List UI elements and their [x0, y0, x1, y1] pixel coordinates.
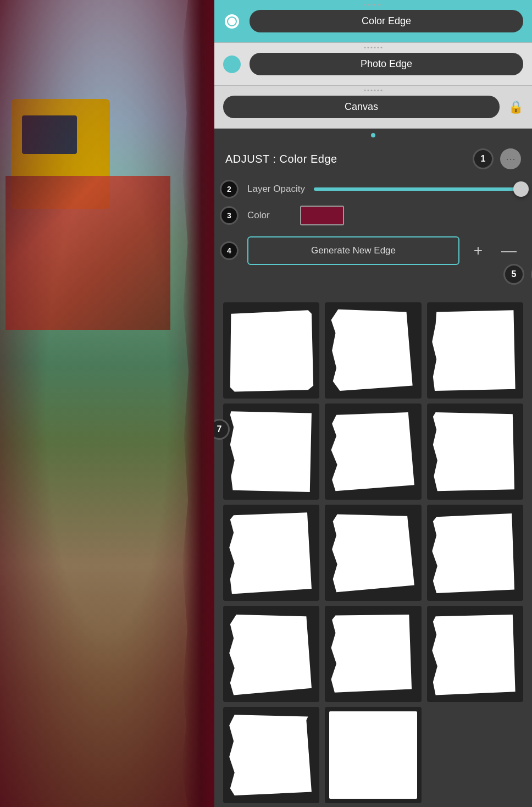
badge-4: 4: [220, 241, 239, 260]
layer-list: Color Edge Photo Edge Canvas 🔒: [214, 0, 532, 129]
add-edge-button[interactable]: +: [466, 239, 490, 263]
badge-3: 3: [220, 206, 239, 225]
edge-thumbnail-5[interactable]: [325, 404, 421, 500]
adjust-title: ADJUST : Color Edge: [225, 153, 466, 165]
color-swatch[interactable]: [300, 206, 344, 225]
layer-toggle-color-edge[interactable]: [223, 13, 241, 30]
more-options-icon[interactable]: ⋯: [500, 148, 521, 169]
train-window: [22, 115, 77, 154]
photo-panel: [0, 0, 214, 807]
opacity-control-row: 2 Layer Opacity: [214, 178, 532, 200]
edge-thumbnail-4[interactable]: [223, 404, 319, 500]
edge-thumbnail-7[interactable]: [223, 505, 319, 601]
drag-handle-color-edge: [364, 1, 383, 8]
drag-handle-photo-edge: [364, 44, 383, 51]
edge-thumbnail-11[interactable]: [325, 606, 421, 702]
edge-thumbnail-2[interactable]: [325, 302, 421, 399]
adjust-panel: ADJUST : Color Edge 1 ⋯ 2 Layer Opacity …: [214, 129, 532, 807]
color-edge-right: [181, 0, 214, 807]
lock-icon: 🔒: [508, 100, 523, 114]
edge-thumbnail-10[interactable]: [223, 606, 319, 702]
panel-indicator: [214, 129, 532, 142]
generate-edge-row: 4 Generate New Edge + — 5 6: [214, 231, 532, 270]
color-edge-button[interactable]: Color Edge: [250, 10, 523, 32]
layer-item-photo-edge[interactable]: Photo Edge: [214, 43, 532, 86]
opacity-label: Layer Opacity: [247, 184, 305, 195]
adjust-header: ADJUST : Color Edge 1 ⋯: [214, 142, 532, 178]
edge-thumbnail-14[interactable]: [325, 707, 421, 803]
edge-thumbnail-9[interactable]: [427, 505, 523, 601]
right-panel: Color Edge Photo Edge Canvas 🔒: [214, 0, 532, 807]
remove-edge-button[interactable]: —: [497, 239, 521, 263]
edge-thumbnail-13[interactable]: [223, 707, 319, 803]
layer-item-color-edge[interactable]: Color Edge: [214, 0, 532, 43]
generate-edge-button[interactable]: Generate New Edge: [247, 236, 459, 265]
slider-thumb[interactable]: [513, 181, 529, 197]
layer-item-canvas[interactable]: Canvas 🔒: [214, 86, 532, 129]
edge-thumbnail-3[interactable]: [427, 302, 523, 399]
badge-2: 2: [220, 180, 239, 198]
opacity-slider[interactable]: [314, 187, 521, 191]
badge-7: 7: [214, 419, 230, 440]
photo-edge-button[interactable]: Photo Edge: [250, 53, 523, 75]
color-control-row: 3 Color: [214, 200, 532, 231]
badge-1: 1: [473, 148, 494, 169]
active-dot: [371, 133, 375, 137]
drag-handle-canvas: [364, 87, 383, 94]
train-rust-section: [5, 176, 170, 330]
edge-thumbnail-1[interactable]: [223, 302, 319, 399]
edge-thumbnail-6[interactable]: [427, 404, 523, 500]
edge-thumbnail-grid: 7: [214, 298, 532, 807]
edge-thumbnail-8[interactable]: [325, 505, 421, 601]
photo-background: [0, 0, 214, 807]
edge-thumbnail-12[interactable]: [427, 606, 523, 702]
color-label: Color: [247, 210, 291, 221]
slider-track: [314, 187, 521, 191]
layer-toggle-photo-edge[interactable]: [223, 56, 241, 73]
canvas-button[interactable]: Canvas: [223, 96, 500, 118]
